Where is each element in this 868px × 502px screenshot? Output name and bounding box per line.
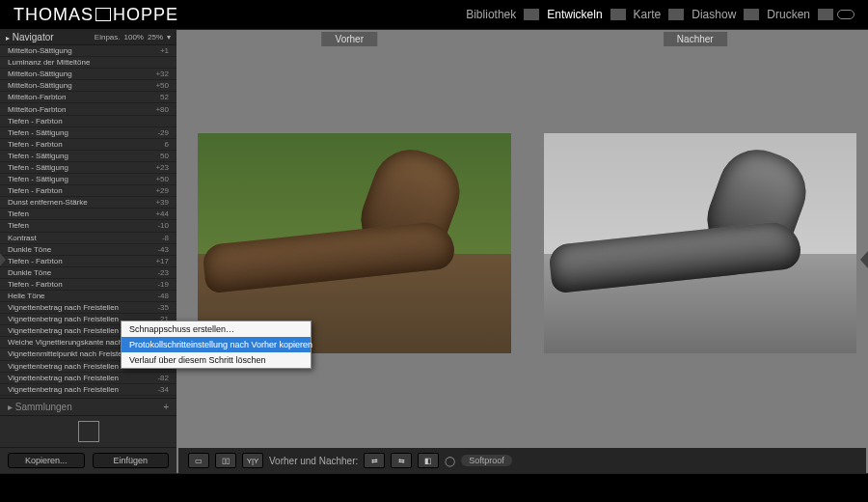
history-row[interactable]: Luminanz der Mitteltöne: [0, 57, 176, 69]
zoom-levels: Einpas. 100% 25% ▾: [95, 33, 171, 42]
history-row[interactable]: Dunkle Töne-23: [0, 267, 176, 279]
history-value: -43: [157, 245, 169, 254]
history-row[interactable]: Mittelton-Sättigung+50: [0, 80, 176, 92]
brand-logo: THOMASHOPPE: [14, 5, 178, 25]
history-label: Vignettenbetrag nach Freistellen: [8, 315, 119, 323]
history-row[interactable]: Tiefen - Farbton+17: [0, 256, 176, 267]
copy-after-button[interactable]: ◧: [418, 453, 439, 468]
module-diashow[interactable]: Diashow: [684, 8, 744, 21]
history-row[interactable]: Mittelton-Sättigung+1: [0, 45, 176, 57]
layout-split-button[interactable]: ▯▯: [215, 453, 236, 468]
history-value: -19: [157, 280, 169, 289]
pane-before[interactable]: Vorher: [178, 32, 521, 446]
history-value: -34: [157, 385, 169, 394]
history-row[interactable]: Tiefen - Farbton: [0, 116, 176, 127]
history-label: Luminanz der Mitteltöne: [8, 58, 90, 67]
swap-before-after-button[interactable]: ⇄: [364, 453, 385, 468]
softproof-label[interactable]: Softproof: [461, 455, 512, 466]
history-value: +29: [155, 186, 169, 195]
navigator-header[interactable]: ▸ Navigator Einpas. 100% 25% ▾: [0, 30, 176, 45]
history-label: Mittelton-Sättigung: [8, 70, 72, 78]
history-value: +39: [155, 198, 169, 207]
history-label: Vignettenmittelpunkt nach Freistellen: [8, 349, 134, 358]
ctx-copy-to-before[interactable]: Protokollschritteinstellung nach Vorher …: [122, 337, 311, 352]
history-label: Tiefen - Farbton: [8, 257, 63, 265]
history-value: -82: [157, 374, 169, 382]
history-row[interactable]: Tiefen - Sättigung+23: [0, 162, 176, 174]
history-value: -8: [162, 234, 169, 242]
history-label: Mittelton-Sättigung: [8, 81, 72, 90]
module-bibliothek[interactable]: Bibliothek: [458, 8, 524, 21]
identity-mark-icon: [78, 421, 99, 442]
history-row[interactable]: Tiefen - Sättigung+50: [0, 174, 176, 185]
history-label: Mittelton-Farbton: [8, 105, 66, 114]
brand-left: THOMAS: [14, 5, 94, 24]
history-value: 52: [160, 93, 169, 101]
history-row[interactable]: Tiefen - Farbton6: [0, 139, 176, 151]
history-label: Vignettenbetrag nach Freistellen: [8, 385, 119, 394]
layout-single-button[interactable]: ▭: [188, 453, 209, 468]
history-label: Tiefen - Sättigung: [8, 175, 68, 183]
zoom-100[interactable]: 100%: [124, 33, 144, 42]
history-row[interactable]: Dunst entfernen-Stärke+39: [0, 197, 176, 209]
history-row[interactable]: Tiefen+44: [0, 209, 176, 220]
history-row[interactable]: Tiefen - Farbton+29: [0, 185, 176, 197]
ctx-create-snapshot[interactable]: Schnappschuss erstellen…: [122, 321, 311, 337]
history-row[interactable]: Dunkle Töne-43: [0, 244, 176, 256]
history-row[interactable]: Vignettenbetrag nach Freistellen-34: [0, 384, 176, 396]
history-value: +1: [160, 46, 169, 55]
history-row[interactable]: Tiefen - Sättigung-29: [0, 127, 176, 139]
copy-button[interactable]: Kopieren...: [8, 453, 85, 468]
history-value: -29: [157, 128, 169, 137]
history-row[interactable]: Mittelton-Farbton52: [0, 92, 176, 103]
history-row[interactable]: Tiefen-10: [0, 220, 176, 232]
tab-after: Nachher: [664, 32, 727, 46]
history-label: Dunkle Töne: [8, 268, 51, 277]
softproof-radio-icon[interactable]: ◯: [445, 456, 455, 466]
history-label: Helle Töne: [8, 292, 45, 300]
history-label: Tiefen - Sättigung: [8, 128, 68, 137]
history-label: Tiefen: [8, 209, 29, 218]
module-switcher: Bibliothek Entwickeln Karte Diashow Druc…: [458, 8, 854, 21]
history-label: Tiefen - Farbton: [8, 117, 63, 126]
brand-mark-icon: [95, 8, 111, 21]
zoom-chevron-icon[interactable]: ▾: [167, 33, 171, 42]
copy-before-button[interactable]: ⇆: [391, 453, 412, 468]
left-panel: ▸ Navigator Einpas. 100% 25% ▾ Mittelton…: [0, 30, 176, 473]
history-value: -48: [157, 292, 169, 300]
history-value: +50: [155, 175, 169, 183]
paste-button[interactable]: Einfügen: [93, 453, 170, 468]
module-entwickeln[interactable]: Entwickeln: [539, 8, 610, 21]
history-label: Tiefen - Sättigung: [8, 163, 68, 172]
left-panel-toggle-icon[interactable]: [0, 251, 6, 268]
preview-after-image: [544, 133, 857, 353]
history-row[interactable]: Vignettenbetrag nach Freistellen-82: [0, 373, 176, 384]
history-row[interactable]: Mittelton-Sättigung+32: [0, 69, 176, 80]
collections-header[interactable]: ▸ Sammlungen +: [0, 398, 176, 415]
history-row[interactable]: Mittelton-Farbton+80: [0, 103, 176, 115]
history-row[interactable]: Kontrast-8: [0, 233, 176, 244]
history-row[interactable]: Tiefen - Farbton-19: [0, 279, 176, 291]
history-row[interactable]: Helle Töne-48: [0, 291, 176, 302]
tab-before: Vorher: [322, 32, 377, 46]
history-row[interactable]: Vignettenbetrag nach Freistellen-35: [0, 302, 176, 314]
pane-after[interactable]: Nachher: [525, 32, 867, 446]
zoom-fit[interactable]: Einpas.: [95, 33, 121, 42]
history-value: -23: [157, 268, 169, 277]
module-karte[interactable]: Karte: [626, 8, 669, 21]
history-label: Kontrast: [8, 234, 37, 242]
cloud-sync-icon[interactable]: [837, 10, 854, 19]
ctx-clear-above[interactable]: Verlauf über diesem Schritt löschen: [122, 352, 311, 368]
collections-add-icon[interactable]: +: [163, 402, 169, 412]
layout-yy-button[interactable]: Y|Y: [242, 453, 263, 468]
history-label: Tiefen: [8, 221, 29, 230]
right-panel-toggle-icon[interactable]: [860, 251, 868, 268]
history-value: +44: [155, 209, 169, 218]
module-drucken[interactable]: Drucken: [759, 8, 818, 21]
history-label: Dunkle Töne: [8, 245, 51, 254]
history-label: Tiefen - Sättigung: [8, 152, 68, 160]
zoom-25[interactable]: 25%: [148, 33, 163, 42]
compare-view: Vorher Nachher: [176, 30, 868, 448]
history-label: Tiefen - Farbton: [8, 140, 63, 149]
history-row[interactable]: Tiefen - Sättigung50: [0, 151, 176, 162]
